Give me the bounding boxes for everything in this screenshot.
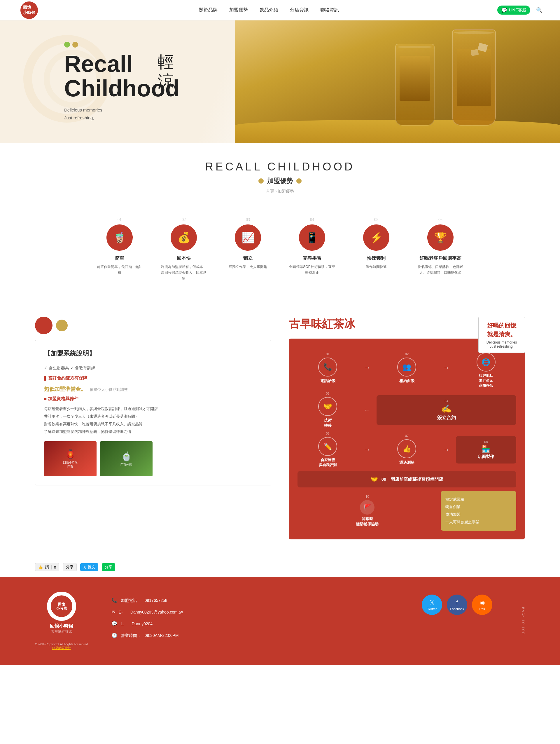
process-label-9: 09 開店前至總部複習預備開店 xyxy=(382,477,443,482)
footer-line-label: L. xyxy=(121,619,128,629)
share-button[interactable]: 分享 xyxy=(63,563,77,571)
hero-dots xyxy=(64,42,179,47)
nav-franchise[interactable]: 加盟優勢 xyxy=(229,7,248,13)
process-icon-1: 📞 xyxy=(318,358,337,376)
fran-box-title: 【加盟系統說明】 xyxy=(44,349,262,358)
adv-title-1: 簡單 xyxy=(115,255,124,262)
footer-social: 𝕏 Twitter f Facebook ◉ Rss xyxy=(422,592,492,615)
process-arrow-7-8: → xyxy=(441,446,452,454)
fran-guarantee: 簽訂合約雙方有保障 xyxy=(44,375,262,381)
breadcrumb-home[interactable]: 首頁 xyxy=(266,189,274,193)
line-client-button[interactable]: 💬 LINE客服 xyxy=(497,5,530,14)
adv-item-1: 01 🧋 簡單 前置作業簡單，免回扣、無油費 xyxy=(96,218,143,282)
process-label-5: 技術轉移 xyxy=(324,418,332,428)
fran-circle-red xyxy=(35,317,52,334)
process-label-1: 電話洽談 xyxy=(320,378,335,383)
footer-email-label: E- xyxy=(119,607,127,617)
process-step-9: 🤝 09 開店前至總部複習預備開店 xyxy=(297,471,516,487)
fran-tagline-cn: 好喝的回憶就是清爽。 xyxy=(484,321,519,339)
line-icon: 💬 xyxy=(502,7,507,13)
footer-email: ✉ E- Danny00203@yahoo.com.tw xyxy=(111,606,398,618)
search-icon[interactable]: 🔍 xyxy=(536,7,543,13)
facebook-icon: f xyxy=(456,599,458,606)
gold-dot xyxy=(72,42,78,47)
process-icon-9: 🤝 xyxy=(371,476,378,483)
footer-logo: 回憶小時候 回憶小時候 古早味紅茶冰 2020© Copyright All R… xyxy=(35,592,88,650)
breadcrumb: 首頁 › 加盟優勢 xyxy=(6,189,554,194)
adv-item-6: 06 🏆 好喝老客戶回購率高 香氣濃郁、口感酥軟、色澤迷人、造型獨特、口味變化多 xyxy=(417,218,464,282)
recall-title: RECALL CHILDHOOD xyxy=(6,160,554,173)
logo-icon: 回憶小時候 xyxy=(21,1,38,19)
adv-item-2: 02 💰 回本快 利潤為加盟者所有，低成本、高回收部晶現金收入、回本迅速 xyxy=(160,218,207,282)
breadcrumb-current: 加盟優勢 xyxy=(278,189,294,193)
process-label-4: 簽立合約 xyxy=(437,415,456,421)
fb-like-button[interactable]: 👍 讚 0 xyxy=(35,563,59,571)
rss-label: Rss xyxy=(480,607,485,610)
line-label: LINE客服 xyxy=(509,8,526,13)
process-step-5: 05 🤝 技術轉移 xyxy=(297,392,358,428)
process-icon-4: ✍️ xyxy=(441,404,451,414)
twitter-share-button[interactable]: 𝕏 推文 xyxy=(80,563,98,571)
fb-like-label: 讚 xyxy=(45,564,49,570)
adv-title-3: 獨立 xyxy=(243,255,252,262)
logo[interactable]: 回憶小時候 xyxy=(17,1,41,19)
adv-desc-4: 全套標準SOP技術轉移，直至學成為止 xyxy=(289,264,335,276)
process-arrow-1-2: → xyxy=(361,364,373,372)
recall-subtitle-row: 加盟優勢 xyxy=(6,177,554,185)
adv-item-5: 05 ⚡ 快速獲利 製作時間快速 xyxy=(353,218,400,282)
process-label-7: 通過測驗 xyxy=(399,460,414,465)
rss-button[interactable]: ◉ Rss xyxy=(472,595,492,615)
hero-content: Recall Childhood 輕涼 Delicious memories J… xyxy=(0,42,179,122)
process-icon-6: ✏️ xyxy=(318,437,337,456)
process-diagram: 01 📞 電話洽談 → 02 👥 相約面談 → 03 🌐 找好地點進行多元商圈評… xyxy=(289,339,525,540)
process-step-3: 03 🌐 找好地點進行多元商圈評估 xyxy=(456,347,516,388)
process-icon-3: 🌐 xyxy=(477,352,495,372)
line-share-button[interactable]: 分享 xyxy=(102,563,115,571)
advantages-section: 01 🧋 簡單 前置作業簡單，免回扣、無油費 02 💰 回本快 利潤為加盟者所有… xyxy=(0,200,560,299)
adv-title-5: 快速獲利 xyxy=(367,255,386,262)
footer-contact: 📞 加盟電話 0917657258 ✉ E- Danny00203@yahoo.… xyxy=(111,592,398,641)
nav-contact[interactable]: 聯絡資訊 xyxy=(320,7,339,13)
twitter-button[interactable]: 𝕏 Twitter xyxy=(422,595,442,615)
process-step-8: 08 🏪 店面製作 xyxy=(456,436,516,463)
footer-logo-circle: 回憶小時候 xyxy=(47,592,76,621)
adv-circle-6: 🏆 xyxy=(427,224,453,251)
adv-icon-1: 🧋 xyxy=(113,231,126,244)
fran-box: 【加盟系統說明】 ✓ 含生財器具 ✓ 含教育訓練 簽訂合約雙方有保障 超低加盟準… xyxy=(35,340,271,485)
adv-icon-5: ⚡ xyxy=(370,231,383,244)
facebook-button[interactable]: f Facebook xyxy=(447,595,467,615)
process-step-4: 04 ✍️ 簽立合約 xyxy=(376,395,516,425)
adv-icon-6: 🏆 xyxy=(434,231,447,244)
fran-store-image-1: 🏮 回憶小時候門市 xyxy=(44,441,96,476)
nav-drinks[interactable]: 飲品介紹 xyxy=(259,7,278,13)
nav-about[interactable]: 關於品牌 xyxy=(199,7,217,13)
fran-store-image-2: 🍵 門市外觀 xyxy=(100,441,153,476)
adv-num-3: 03 xyxy=(246,218,250,222)
adv-item-3: 03 📈 獨立 可獨立作業，免人事開銷 xyxy=(225,218,271,282)
franchise-section: 【加盟系統說明】 ✓ 含生財器具 ✓ 含教育訓練 簽訂合約雙方有保障 超低加盟準… xyxy=(0,299,560,557)
process-arrow-2-3: → xyxy=(441,364,452,372)
footer-email-value: Danny00203@yahoo.com.tw xyxy=(130,607,183,617)
adv-title-4: 完整學習 xyxy=(303,255,321,262)
nav-stores[interactable]: 分店資訊 xyxy=(290,7,309,13)
adv-desc-1: 前置作業簡單，免回扣、無油費 xyxy=(96,264,143,276)
footer-line: 💬 L. Danny0204 xyxy=(111,618,398,630)
facebook-label: Facebook xyxy=(450,607,464,610)
adv-circle-3: 📈 xyxy=(235,224,261,251)
adv-circle-2: 💰 xyxy=(171,224,197,251)
rss-icon: ◉ xyxy=(480,599,485,606)
nav-links: 關於品牌 加盟優勢 飲品介紹 分店資訊 聯絡資訊 xyxy=(199,7,339,13)
fran-conditions-label: ■ 加盟資格與條件 xyxy=(44,396,262,402)
adv-num-1: 01 xyxy=(118,218,122,222)
subtitle-dot-gold xyxy=(258,178,264,184)
hero-section: Recall Childhood 輕涼 Delicious memories J… xyxy=(0,21,560,143)
fb-count: 0 xyxy=(51,565,56,569)
process-step-1: 01 📞 電話洽談 xyxy=(297,352,358,383)
footer-logo-inner: 回憶小時候 xyxy=(50,595,73,618)
fran-right-header: 古早味紅茶冰 好喝的回憶就是清爽。 Delicious memories Jus… xyxy=(289,317,525,332)
process-icon-5: 🤝 xyxy=(318,397,337,416)
footer-designer-link[interactable]: 蒜果網頁設計 xyxy=(52,646,71,650)
adv-title-6: 好喝老客戶回購率高 xyxy=(419,255,462,262)
fran-decorations xyxy=(35,317,271,334)
franchise-right: 古早味紅茶冰 好喝的回憶就是清爽。 Delicious memories Jus… xyxy=(289,317,525,540)
